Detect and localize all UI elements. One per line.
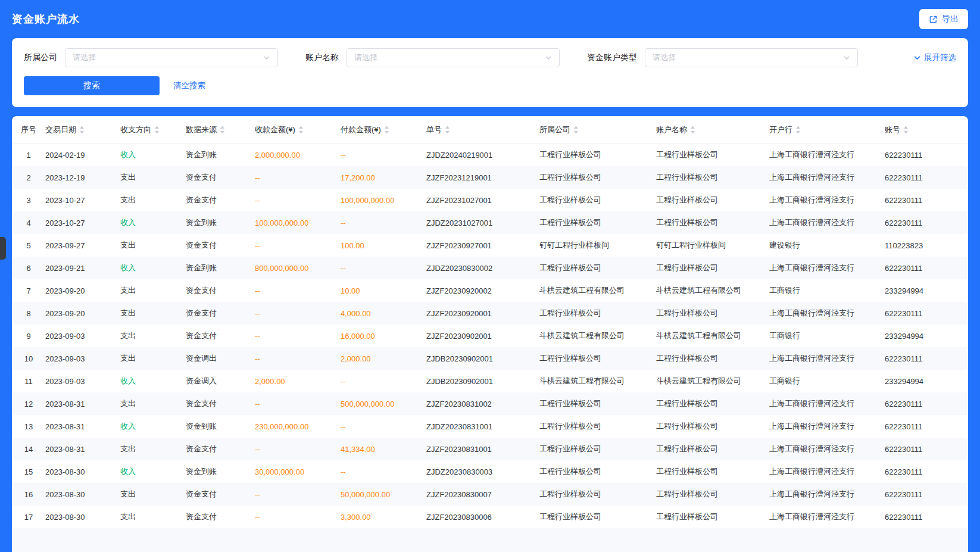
table-row[interactable]: 13 2023-08-31 收入 资金到账 230,000,000.00 -- … (12, 415, 968, 438)
table-row[interactable]: 11 2023-09-03 收入 资金调入 2,000.00 -- ZJDB20… (12, 370, 968, 392)
cell-receipt-amount: 230,000,000.00 (255, 415, 341, 438)
sort-icon[interactable] (79, 126, 85, 134)
account-type-select[interactable]: 请选择 (645, 48, 858, 67)
cell-receipt-amount: -- (255, 166, 341, 189)
table-row[interactable]: 2 2023-12-19 支出 资金支付 -- 17,200.00 ZJZF20… (12, 166, 968, 189)
export-button[interactable]: 导出 (919, 9, 968, 29)
export-icon (929, 15, 938, 24)
column-header-date[interactable]: 交易日期 (45, 116, 120, 144)
cell-company: 工程行业样板公司 (539, 257, 656, 279)
column-header-account[interactable]: 账户名称 (656, 116, 769, 144)
table-row-partial (12, 528, 968, 552)
sort-icon[interactable] (220, 126, 225, 134)
column-header-receipt[interactable]: 收款金额(¥) (255, 116, 341, 144)
table-row[interactable]: 7 2023-09-20 支出 资金支付 -- 10.00 ZJZF202309… (12, 279, 968, 302)
column-header-order_no[interactable]: 单号 (426, 116, 539, 144)
cell-source: 资金到账 (186, 144, 255, 166)
cell-order-number: ZJZF20230920002 (426, 279, 539, 302)
cell-date: 2023-09-21 (45, 257, 120, 279)
column-header-accno[interactable]: 账号 (885, 116, 968, 144)
cell-account-name: 工程行业样板公司 (656, 415, 769, 438)
company-filter-label: 所属公司 (24, 52, 57, 63)
cell-source: 资金支付 (186, 166, 255, 189)
table-row[interactable]: 15 2023-08-30 收入 资金到账 30,000,000.00 -- Z… (12, 460, 968, 483)
sort-icon[interactable] (690, 126, 695, 134)
table-row[interactable]: 4 2023-10-27 收入 资金到账 100,000,000.00 -- Z… (12, 211, 968, 234)
cell-direction: 收入 (120, 257, 186, 279)
table-row[interactable]: 8 2023-09-20 支出 资金支付 -- 4,000.00 ZJZF202… (12, 302, 968, 325)
cell-source: 资金到账 (186, 460, 255, 483)
cell-date: 2023-09-03 (45, 325, 120, 347)
cell-receipt-amount: -- (255, 234, 341, 257)
cell-payment-amount: 41,334.00 (341, 438, 426, 460)
sort-icon[interactable] (795, 126, 801, 134)
cell-source: 资金调入 (186, 370, 255, 392)
cell-source: 资金支付 (186, 506, 255, 528)
expand-filters-label: 展开筛选 (924, 52, 956, 63)
table-row[interactable]: 3 2023-10-27 支出 资金支付 -- 100,000,000.00 Z… (12, 189, 968, 211)
sort-icon[interactable] (384, 126, 389, 134)
column-header-source[interactable]: 数据来源 (186, 116, 255, 144)
cell-receipt-amount: -- (255, 483, 341, 506)
cell-direction: 支出 (120, 438, 186, 460)
cell-company: 工程行业样板公司 (539, 483, 656, 506)
cell-direction: 收入 (120, 415, 186, 438)
column-header-bank[interactable]: 开户行 (769, 116, 885, 144)
cell-source: 资金支付 (186, 392, 255, 415)
cell-company: 工程行业样板公司 (539, 144, 656, 166)
cell-company: 工程行业样板公司 (539, 189, 656, 211)
cell-direction: 收入 (120, 460, 186, 483)
cell-direction: 支出 (120, 279, 186, 302)
table-row[interactable]: 10 2023-09-03 支出 资金调出 -- 2,000.00 ZJDB20… (12, 347, 968, 370)
sort-icon[interactable] (154, 126, 160, 134)
table-row[interactable]: 9 2023-09-03 支出 资金支付 -- 16,000.00 ZJZF20… (12, 325, 968, 347)
cell-index: 3 (12, 189, 45, 211)
search-button[interactable]: 搜索 (24, 76, 160, 95)
cell-account-name: 工程行业样板公司 (656, 211, 769, 234)
sort-icon[interactable] (573, 126, 579, 134)
cell-direction: 收入 (120, 370, 186, 392)
cell-date: 2023-12-19 (45, 166, 120, 189)
expand-filters-link[interactable]: 展开筛选 (913, 52, 956, 63)
cell-bank: 上海工商银行漕河泾支行 (769, 347, 885, 370)
cell-date: 2023-08-31 (45, 438, 120, 460)
table-row[interactable]: 6 2023-09-21 收入 资金到账 800,000,000.00 -- Z… (12, 257, 968, 279)
table-row[interactable]: 1 2024-02-19 收入 资金到账 2,000,000.00 -- ZJD… (12, 144, 968, 166)
cell-account-name: 工程行业样板公司 (656, 257, 769, 279)
table-row[interactable]: 17 2023-08-30 支出 资金支付 -- 3,300.00 ZJZF20… (12, 506, 968, 528)
cell-account-name: 工程行业样板公司 (656, 302, 769, 325)
sort-icon[interactable] (298, 126, 304, 134)
cell-direction: 支出 (120, 506, 186, 528)
cell-payment-amount: -- (341, 460, 426, 483)
cell-direction: 支出 (120, 392, 186, 415)
table-row[interactable]: 5 2023-09-27 支出 资金支付 -- 100.00 ZJZF20230… (12, 234, 968, 257)
clear-search-link[interactable]: 清空搜索 (173, 80, 205, 91)
table-row[interactable]: 12 2023-08-31 支出 资金支付 -- 500,000,000.00 … (12, 392, 968, 415)
cell-account-name: 工程行业样板公司 (656, 506, 769, 528)
cell-direction: 收入 (120, 211, 186, 234)
cell-date: 2023-08-30 (45, 506, 120, 528)
cell-company: 斗栱云建筑工程有限公司 (539, 279, 656, 302)
cell-account-number: 622230111 (885, 211, 968, 234)
sort-icon[interactable] (903, 126, 909, 134)
account-select[interactable]: 请选择 (347, 48, 560, 67)
cell-direction: 支出 (120, 347, 186, 370)
company-select[interactable]: 请选择 (65, 48, 278, 67)
table-row[interactable]: 14 2023-08-31 支出 资金支付 -- 41,334.00 ZJZF2… (12, 438, 968, 460)
cell-company: 斗栱云建筑工程有限公司 (539, 370, 656, 392)
cell-payment-amount: 100.00 (341, 234, 426, 257)
column-label: 账号 (885, 124, 900, 135)
table-row[interactable]: 16 2023-08-30 支出 资金支付 -- 50,000,000.00 Z… (12, 483, 968, 506)
cell-account-number: 622230111 (885, 347, 968, 370)
cell-bank: 上海工商银行漕河泾支行 (769, 392, 885, 415)
column-header-direction[interactable]: 收支方向 (120, 116, 186, 144)
cell-index: 6 (12, 257, 45, 279)
cell-source: 资金支付 (186, 189, 255, 211)
side-drawer-handle[interactable] (0, 237, 6, 260)
sort-icon[interactable] (445, 126, 450, 134)
column-header-payment[interactable]: 付款金额(¥) (341, 116, 426, 144)
cell-receipt-amount: -- (255, 325, 341, 347)
column-header-company[interactable]: 所属公司 (539, 116, 656, 144)
cell-company: 斗栱云建筑工程有限公司 (539, 325, 656, 347)
cell-company: 工程行业样板公司 (539, 347, 656, 370)
